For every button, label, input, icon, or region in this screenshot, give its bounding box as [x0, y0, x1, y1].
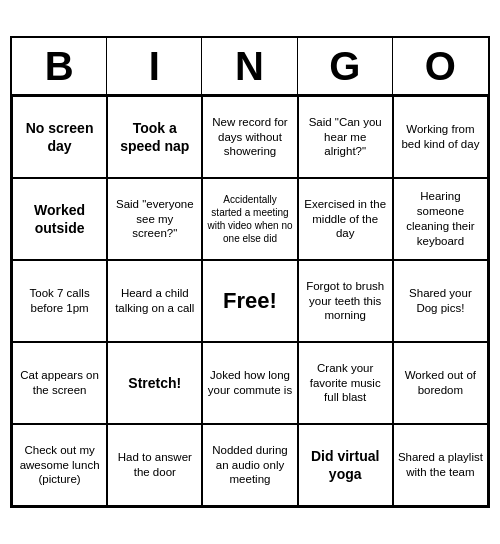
bingo-cell-2[interactable]: New record for days without showering	[202, 96, 297, 178]
bingo-cell-12[interactable]: Free!	[202, 260, 297, 342]
bingo-cell-22[interactable]: Nodded during an audio only meeting	[202, 424, 297, 506]
bingo-cell-24[interactable]: Shared a playlist with the team	[393, 424, 488, 506]
bingo-letter-n: N	[202, 38, 297, 94]
bingo-cell-4[interactable]: Working from bed kind of day	[393, 96, 488, 178]
bingo-letter-g: G	[298, 38, 393, 94]
bingo-cell-19[interactable]: Worked out of boredom	[393, 342, 488, 424]
bingo-cell-11[interactable]: Heard a child talking on a call	[107, 260, 202, 342]
bingo-cell-9[interactable]: Hearing someone cleaning their keyboard	[393, 178, 488, 260]
bingo-cell-13[interactable]: Forgot to brush your teeth this morning	[298, 260, 393, 342]
bingo-card: BINGO No screen dayTook a speed napNew r…	[10, 36, 490, 508]
bingo-letter-i: I	[107, 38, 202, 94]
bingo-cell-0[interactable]: No screen day	[12, 96, 107, 178]
bingo-cell-14[interactable]: Shared your Dog pics!	[393, 260, 488, 342]
bingo-cell-5[interactable]: Worked outside	[12, 178, 107, 260]
bingo-cell-20[interactable]: Check out my awesome lunch (picture)	[12, 424, 107, 506]
bingo-cell-21[interactable]: Had to answer the door	[107, 424, 202, 506]
bingo-cell-1[interactable]: Took a speed nap	[107, 96, 202, 178]
bingo-cell-15[interactable]: Cat appears on the screen	[12, 342, 107, 424]
bingo-cell-10[interactable]: Took 7 calls before 1pm	[12, 260, 107, 342]
bingo-cell-18[interactable]: Crank your favorite music full blast	[298, 342, 393, 424]
bingo-cell-16[interactable]: Stretch!	[107, 342, 202, 424]
bingo-letter-b: B	[12, 38, 107, 94]
bingo-cell-3[interactable]: Said "Can you hear me alright?"	[298, 96, 393, 178]
bingo-cell-23[interactable]: Did virtual yoga	[298, 424, 393, 506]
bingo-cell-6[interactable]: Said "everyone see my screen?"	[107, 178, 202, 260]
bingo-letter-o: O	[393, 38, 488, 94]
bingo-cell-7[interactable]: Accidentally started a meeting with vide…	[202, 178, 297, 260]
bingo-header: BINGO	[12, 38, 488, 96]
bingo-cell-8[interactable]: Exercised in the middle of the day	[298, 178, 393, 260]
bingo-cell-17[interactable]: Joked how long your commute is	[202, 342, 297, 424]
bingo-grid: No screen dayTook a speed napNew record …	[12, 96, 488, 506]
